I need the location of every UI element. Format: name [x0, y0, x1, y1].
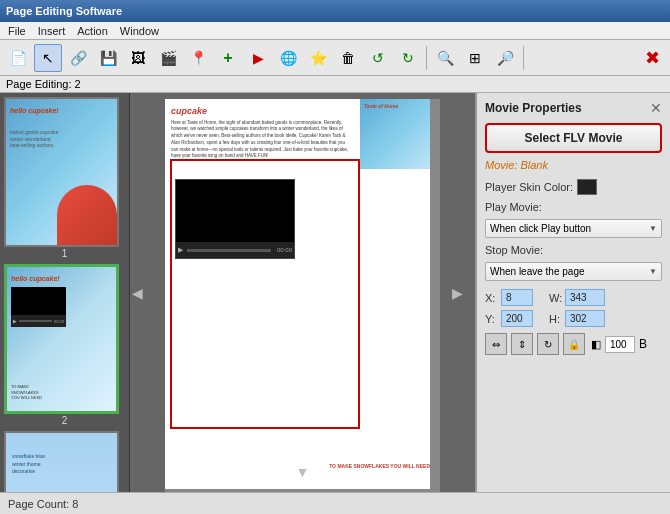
thumb-1-decoration	[57, 185, 117, 245]
thumb-2-frame: ▶ 00:00 TO MAKESNOWFLAKESYOU WILL NEED	[4, 264, 119, 414]
movie-properties-panel: Movie Properties ✕ Select FLV Movie Movi…	[475, 93, 670, 492]
flip-h-icon[interactable]: ⇔	[485, 333, 507, 355]
tool-link[interactable]: 🔗	[64, 44, 92, 72]
scroll-bottom-arrow[interactable]: ▼	[296, 464, 310, 480]
play-movie-value: When click Play button	[490, 223, 591, 234]
canvas-wrapper: Taste of Home cupcake Here at Taste of H…	[165, 97, 440, 492]
canvas-brand-text: Taste of Home	[360, 99, 440, 113]
scroll-right-arrow[interactable]: ▶	[452, 285, 463, 301]
rotate-icon[interactable]: ↻	[537, 333, 559, 355]
canvas-scroll-vertical[interactable]	[430, 99, 440, 492]
tool-add[interactable]: +	[214, 44, 242, 72]
page-thumb-1[interactable]: baked goods cupcakewinter wonderlandbest…	[4, 97, 125, 260]
y-label: Y:	[485, 313, 497, 325]
canvas-scroll-horizontal[interactable]	[165, 489, 430, 492]
tool-youtube[interactable]: ▶	[244, 44, 272, 72]
h-input[interactable]	[565, 310, 605, 327]
canvas-top-image: Taste of Home	[360, 99, 440, 169]
y-input[interactable]	[501, 310, 533, 327]
stop-movie-dropdown[interactable]: When leave the page ▼	[485, 262, 662, 281]
play-movie-arrow-icon: ▼	[649, 224, 657, 233]
thumb-2-text: TO MAKESNOWFLAKESYOU WILL NEED	[11, 384, 42, 401]
video-time-display: 00:00	[277, 247, 292, 253]
tool-zoom-out[interactable]: 🔎	[491, 44, 519, 72]
video-display-area	[176, 180, 294, 242]
tool-close[interactable]: ✖	[638, 44, 666, 72]
play-movie-dropdown[interactable]: When click Play button ▼	[485, 219, 662, 238]
page-thumb-3[interactable]: snowflake bluewinter themedecorative	[4, 431, 125, 492]
tool-image[interactable]: 🖼	[124, 44, 152, 72]
menu-window[interactable]: Window	[120, 25, 159, 37]
thumb-2-content: ▶ 00:00 TO MAKESNOWFLAKESYOU WILL NEED	[7, 267, 116, 411]
canvas-snowflakes-title: TO MAKE SNOWFLAKES YOU WILL NEED	[329, 463, 430, 469]
status-bar: Page Count: 8	[0, 492, 670, 514]
stop-movie-arrow-icon: ▼	[649, 267, 657, 276]
h-label: H:	[549, 313, 561, 325]
content-area: baked goods cupcakewinter wonderlandbest…	[0, 93, 670, 492]
video-controls-bar: ▶ 00:00	[176, 242, 294, 258]
movie-name-display: Movie: Blank	[485, 159, 662, 171]
panel-close-button[interactable]: ✕	[650, 101, 662, 115]
panel-title: Movie Properties	[485, 101, 582, 115]
tool-cursor[interactable]: ↖	[34, 44, 62, 72]
toolbar-sep-2	[523, 46, 524, 70]
toolbar-sep-1	[426, 46, 427, 70]
thumb-3-content: snowflake bluewinter themedecorative	[6, 433, 117, 492]
tool-new[interactable]: 📄	[4, 44, 32, 72]
title-bar: Page Editing Software	[0, 0, 670, 22]
select-flv-button[interactable]: Select FLV Movie	[485, 123, 662, 153]
y-h-row: Y: H:	[485, 310, 662, 327]
menu-action[interactable]: Action	[77, 25, 108, 37]
stop-movie-row: Stop Movie:	[485, 244, 662, 256]
video-progress-bar[interactable]	[187, 249, 271, 252]
thumbnail-panel: baked goods cupcakewinter wonderlandbest…	[0, 93, 130, 492]
stop-movie-value: When leave the page	[490, 266, 585, 277]
menu-file[interactable]: File	[8, 25, 26, 37]
page-thumb-2[interactable]: ▶ 00:00 TO MAKESNOWFLAKESYOU WILL NEED 2	[4, 264, 125, 427]
player-skin-color-swatch[interactable]	[577, 179, 597, 195]
opacity-input[interactable]	[605, 336, 635, 353]
tool-delete[interactable]: 🗑	[334, 44, 362, 72]
stop-movie-label: Stop Movie:	[485, 244, 543, 256]
tool-web[interactable]: 🌐	[274, 44, 302, 72]
main-toolbar: 📄 ↖ 🔗 💾 🖼 🎬 📍 + ▶ 🌐 ⭐ 🗑 ↺ ↻ 🔍 ⊞ 🔎 ✖	[0, 40, 670, 76]
thumb-1-content: baked goods cupcakewinter wonderlandbest…	[6, 99, 117, 245]
scroll-left-arrow[interactable]: ◀	[132, 285, 143, 301]
x-input[interactable]	[501, 289, 533, 306]
page-count-label: Page Count: 8	[8, 498, 78, 510]
x-label: X:	[485, 292, 497, 304]
thumb-3-text: snowflake bluewinter themedecorative	[12, 453, 45, 476]
opacity-icon: ◧	[591, 338, 601, 351]
player-skin-label: Player Skin Color:	[485, 181, 573, 193]
flip-v-icon[interactable]: ⇕	[511, 333, 533, 355]
opacity-unit: B	[639, 337, 647, 351]
thumb-1-number: 1	[4, 247, 125, 260]
main-wrapper: Page Editing: 2 baked goods cupcakewinte…	[0, 76, 670, 514]
tool-video[interactable]: 🎬	[154, 44, 182, 72]
panel-header: Movie Properties ✕	[485, 101, 662, 115]
thumb-3-frame: snowflake bluewinter themedecorative	[4, 431, 119, 492]
thumb-1-text: baked goods cupcakewinter wonderlandbest…	[10, 129, 59, 149]
transform-icons-row: ⇔ ⇕ ↻ 🔒 ◧ B	[485, 333, 662, 355]
tool-red[interactable]: 📍	[184, 44, 212, 72]
canvas-video-player[interactable]: ▶ 00:00	[175, 179, 295, 259]
tool-redo[interactable]: ↻	[394, 44, 422, 72]
center-canvas-panel: ◀ ▲ Taste of Home cupcake Here	[130, 93, 475, 492]
x-w-row: X: W:	[485, 289, 662, 306]
tool-star[interactable]: ⭐	[304, 44, 332, 72]
app-title: Page Editing Software	[6, 5, 122, 17]
tool-grid[interactable]: ⊞	[461, 44, 489, 72]
w-label: W:	[549, 292, 561, 304]
tool-zoom-in[interactable]: 🔍	[431, 44, 459, 72]
play-movie-label: Play Movie:	[485, 201, 542, 213]
lock-icon[interactable]: 🔒	[563, 333, 585, 355]
video-play-btn[interactable]: ▶	[178, 246, 183, 254]
tool-undo[interactable]: ↺	[364, 44, 392, 72]
tool-save[interactable]: 💾	[94, 44, 122, 72]
menu-insert[interactable]: Insert	[38, 25, 66, 37]
menu-bar: File Insert Action Window	[0, 22, 670, 40]
player-skin-row: Player Skin Color:	[485, 179, 662, 195]
thumb-2-number: 2	[4, 414, 125, 427]
w-input[interactable]	[565, 289, 605, 306]
page-editing-label: Page Editing: 2	[0, 76, 670, 93]
